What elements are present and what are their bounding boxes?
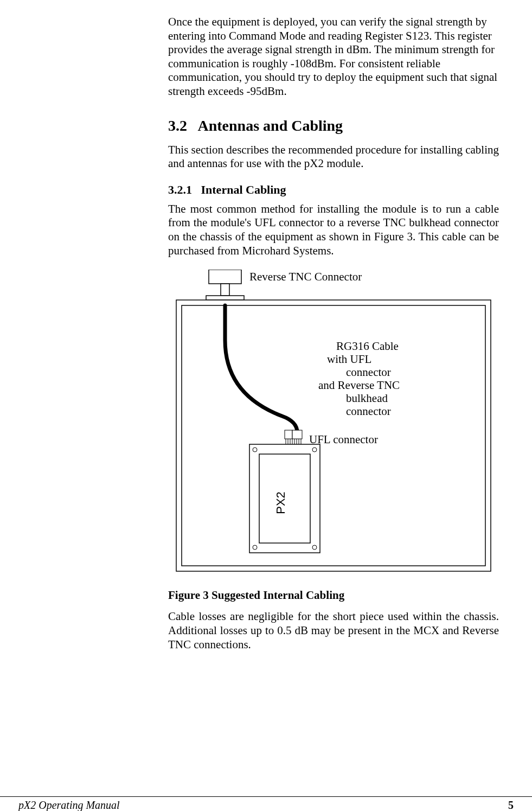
subsection-heading: 3.2.1 Internal Cabling [168, 183, 499, 197]
intro-paragraph: Once the equipment is deployed, you can … [168, 15, 499, 99]
ufl-label: UFL connector [309, 433, 378, 446]
section-heading: 3.2 Antennas and Cabling [168, 117, 499, 135]
cable-label-5: bulkhead [346, 392, 388, 405]
tnc-label: Reverse TNC Connector [249, 270, 362, 283]
module-label: PX2 [274, 492, 287, 515]
figure-caption: Figure 3 Suggested Internal Cabling [168, 589, 499, 602]
bulkhead-top [206, 296, 244, 300]
closing-paragraph: Cable losses are negligible for the shor… [168, 610, 499, 652]
section-title: Antennas and Cabling [197, 117, 343, 134]
content-column: Once the equipment is deployed, you can … [168, 15, 499, 663]
footer: pX2 Operating Manual 5 [0, 796, 532, 799]
cable-label-4: and Reverse TNC [318, 379, 400, 392]
ufl-plug-left [285, 430, 292, 439]
screw-hole [312, 448, 317, 452]
subsection-number: 3.2.1 [168, 183, 192, 196]
screw-hole [312, 545, 317, 550]
tnc-connector-rect [209, 270, 241, 284]
subsection-title: Internal Cabling [201, 183, 286, 196]
ufl-plug-right [292, 430, 302, 439]
screw-hole [253, 545, 257, 550]
page: Once the equipment is deployed, you can … [0, 0, 532, 811]
figure-3: Reverse TNC Connector [168, 270, 499, 573]
figure-svg: Reverse TNC Connector [168, 270, 499, 573]
section-paragraph: This section describes the recommended p… [168, 143, 499, 171]
cable-label-6: connector [346, 405, 391, 418]
section-number: 3.2 [168, 117, 187, 134]
cable-label-2: with UFL [327, 353, 371, 366]
tnc-stem [221, 284, 229, 296]
cable-label-3: connector [346, 366, 391, 379]
subsection-paragraph: The most common method for installing th… [168, 202, 499, 258]
footer-title: pX2 Operating Manual [18, 799, 120, 811]
page-number: 5 [508, 799, 514, 811]
cable-label-1: RG316 Cable [336, 340, 399, 353]
screw-hole [253, 448, 257, 452]
